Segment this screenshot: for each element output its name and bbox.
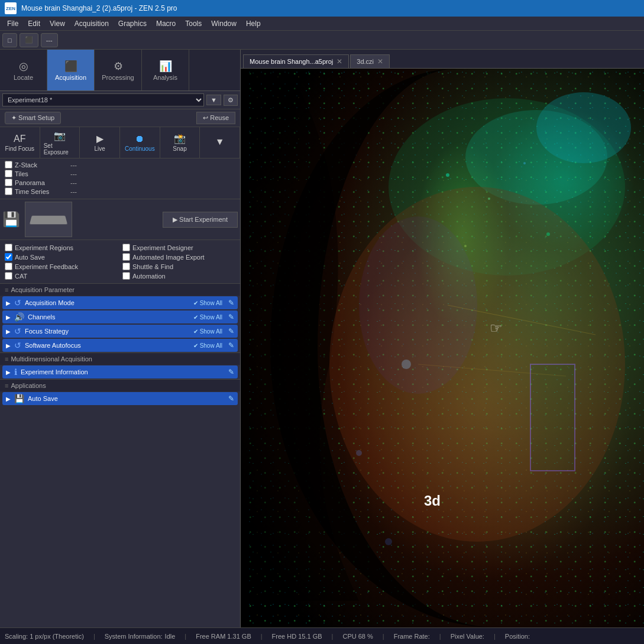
- acq-mode-edit-icon[interactable]: ✎: [228, 299, 234, 307]
- image-tab-0-close[interactable]: ✕: [336, 57, 342, 66]
- menu-acquisition[interactable]: Acquisition: [70, 18, 114, 29]
- snap-button[interactable]: 📸 Snap: [160, 127, 200, 158]
- tab-acquisition[interactable]: ⬛ Acquisition: [47, 50, 95, 90]
- image-tab-0[interactable]: Mouse brain Shangh...a5proj ✕: [243, 54, 349, 68]
- exp-info-edit-icon[interactable]: ✎: [228, 368, 234, 376]
- left-panel: ◎ Locate ⬛ Acquisition ⚙ Processing 📊 An…: [0, 50, 241, 627]
- system-info-value: Idle: [165, 633, 176, 640]
- acq-mode-row[interactable]: ▶ ↺ Acquisition Mode ✔ Show All ✎: [2, 296, 238, 309]
- focus-strategy-icon: ↺: [14, 326, 21, 336]
- acquisition-icon: ⬛: [64, 60, 77, 73]
- cat-checkbox[interactable]: [5, 272, 12, 280]
- exp-feedback-checkbox[interactable]: [5, 263, 12, 270]
- free-hd-status: Free HD 15.1 GB: [272, 633, 322, 640]
- image-tab-1[interactable]: 3d.czi ✕: [350, 54, 390, 68]
- image-tab-1-label: 3d.czi: [357, 58, 374, 65]
- smart-setup-button[interactable]: ✦ Smart Setup: [5, 112, 61, 124]
- tab-processing[interactable]: ⚙ Processing: [95, 50, 142, 90]
- exp-info-row[interactable]: ▶ ℹ Experiment Information ✎: [2, 365, 238, 378]
- auto-save-edit-icon[interactable]: ✎: [228, 394, 234, 403]
- channels-row[interactable]: ▶ 🔊 Channels ✔ Show All ✎: [2, 310, 238, 323]
- exp-feedback-label: Experiment Feedback: [15, 263, 78, 270]
- tiles-checkbox[interactable]: [5, 170, 12, 177]
- more-icon: ▼: [215, 137, 225, 147]
- auto-save-row-icon: 💾: [14, 394, 24, 403]
- menu-macro[interactable]: Macro: [151, 18, 180, 29]
- exp-info-icon: ℹ: [14, 367, 17, 377]
- toolbar-btn-2[interactable]: ⬛: [20, 33, 38, 47]
- image-tab-1-close[interactable]: ✕: [377, 57, 383, 66]
- shuttle-find-label: Shuttle & Find: [132, 263, 173, 270]
- find-focus-button[interactable]: AF Find Focus: [0, 127, 40, 158]
- auto-save-row[interactable]: ▶ 💾 Auto Save ✎: [2, 392, 238, 405]
- more-controls-button[interactable]: ▼: [200, 127, 240, 158]
- menu-view[interactable]: View: [45, 18, 70, 29]
- automation-label: Automation: [132, 273, 166, 280]
- start-experiment-button[interactable]: ▶ Start Experiment: [163, 212, 238, 228]
- time-series-value: ---: [70, 188, 77, 195]
- menu-file[interactable]: File: [2, 18, 23, 29]
- svg-point-3: [329, 187, 625, 542]
- find-focus-icon: AF: [14, 134, 25, 144]
- toolbar-btn-1[interactable]: □: [2, 33, 17, 47]
- acq-mode-icon: ↺: [14, 298, 21, 308]
- exp-designer-label: Experiment Designer: [132, 244, 193, 251]
- auto-img-export-checkbox[interactable]: [122, 253, 130, 261]
- analysis-icon: 📊: [159, 60, 172, 73]
- time-series-checkbox[interactable]: [5, 187, 12, 195]
- exp-info-expand-icon: ▶: [6, 369, 11, 376]
- focus-strategy-expand-icon: ▶: [6, 328, 11, 335]
- automation-checkbox[interactable]: [122, 272, 130, 280]
- applications-header: Applications: [0, 379, 240, 391]
- frame-rate-label: Frame Rate:: [394, 633, 430, 640]
- menu-graphics[interactable]: Graphics: [114, 18, 151, 29]
- menu-window[interactable]: Window: [206, 18, 241, 29]
- auto-save-label: Auto Save: [15, 254, 45, 261]
- cpu-label: CPU 68 %: [342, 633, 373, 640]
- reuse-button[interactable]: ↩ Reuse: [196, 112, 235, 124]
- preview-area: 💾 ▶ Start Experiment: [0, 199, 240, 240]
- set-exposure-button[interactable]: 📷 Set Exposure: [40, 127, 80, 158]
- svg-rect-13: [530, 364, 575, 471]
- shuttle-find-checkbox[interactable]: [122, 263, 130, 270]
- software-autofocus-edit-icon[interactable]: ✎: [228, 341, 234, 349]
- frame-rate-status: Frame Rate:: [394, 633, 430, 640]
- image-canvas[interactable]: 3d ☞: [241, 69, 644, 627]
- live-button[interactable]: ▶ Live: [80, 127, 120, 158]
- exp-regions-item: Experiment Regions: [5, 244, 118, 251]
- menu-edit[interactable]: Edit: [23, 18, 45, 29]
- auto-save-expand-icon: ▶: [6, 396, 11, 402]
- shuttle-find-item: Shuttle & Find: [122, 263, 235, 270]
- menu-tools[interactable]: Tools: [180, 18, 206, 29]
- acq-mode-expand-icon: ▶: [6, 300, 11, 306]
- software-autofocus-row[interactable]: ▶ ↺ Software Autofocus ✔ Show All ✎: [2, 339, 238, 352]
- panorama-checkbox[interactable]: [5, 179, 12, 186]
- panorama-row: Panorama ---: [5, 179, 235, 186]
- experiment-gear-button[interactable]: ⚙: [224, 95, 238, 106]
- experiment-dropdown[interactable]: Experiment18 *: [2, 93, 204, 106]
- continuous-button[interactable]: ⏺ Continuous: [120, 127, 160, 158]
- experiment-settings-button[interactable]: ▼: [206, 95, 221, 105]
- tab-analysis[interactable]: 📊 Analysis: [142, 50, 189, 90]
- toolbar-btn-3[interactable]: ---: [41, 33, 58, 47]
- focus-strategy-row[interactable]: ▶ ↺ Focus Strategy ✔ Show All ✎: [2, 325, 238, 338]
- svg-point-4: [446, 173, 449, 177]
- tiles-value: ---: [70, 170, 77, 177]
- free-hd-label: Free HD 15.1 GB: [272, 633, 322, 640]
- tab-locate[interactable]: ◎ Locate: [0, 50, 47, 90]
- 3d-label: 3d: [424, 493, 441, 509]
- panorama-label: Panorama: [15, 179, 68, 186]
- z-stack-row: Z-Stack ---: [5, 161, 235, 169]
- cat-item: CAT: [5, 272, 118, 280]
- auto-save-checkbox[interactable]: [5, 253, 12, 261]
- focus-strategy-edit-icon[interactable]: ✎: [228, 327, 234, 335]
- processing-icon: ⚙: [114, 60, 123, 73]
- exp-designer-checkbox[interactable]: [122, 244, 130, 251]
- svg-point-2: [536, 92, 631, 163]
- menu-help[interactable]: Help: [241, 18, 266, 29]
- z-stack-checkbox[interactable]: [5, 161, 12, 169]
- exp-feedback-item: Experiment Feedback: [5, 263, 118, 270]
- channels-edit-icon[interactable]: ✎: [228, 313, 234, 321]
- continuous-icon: ⏺: [135, 134, 144, 144]
- exp-regions-checkbox[interactable]: [5, 244, 12, 251]
